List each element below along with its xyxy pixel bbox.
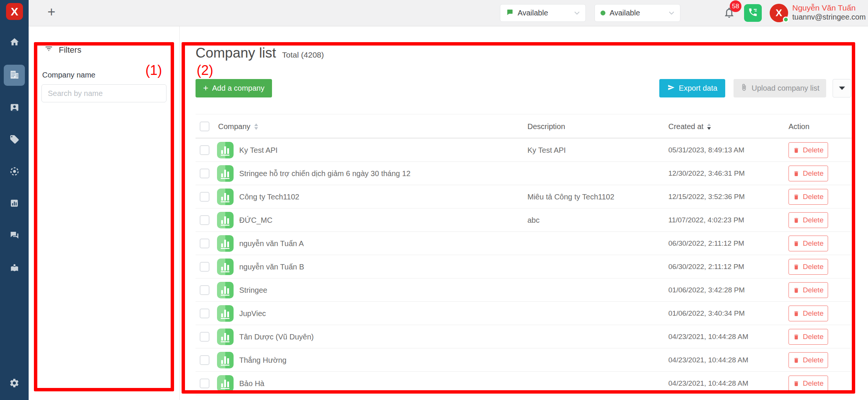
delete-button[interactable]: Delete <box>789 236 828 251</box>
export-data-button[interactable]: Export data <box>659 79 725 97</box>
created-at: 05/31/2023, 8:49:13 AM <box>668 138 744 162</box>
sidebar-item-home[interactable] <box>4 32 25 53</box>
delete-button[interactable]: Delete <box>789 189 828 205</box>
company-name[interactable]: Ky Test API <box>239 138 278 162</box>
table-row: Bảo Hà 04/23/2021, 10:44:28 AM Delete <box>196 372 851 395</box>
sidebar-item-contacts[interactable] <box>4 97 25 119</box>
table-row: Thắng Hường 04/23/2021, 10:44:28 AM Dele… <box>196 348 851 372</box>
company-name[interactable]: Stringee <box>239 278 267 302</box>
sort-icon[interactable] <box>254 123 258 130</box>
company-name-search-input[interactable] <box>41 84 167 102</box>
sidebar-item-chat[interactable] <box>4 225 25 246</box>
row-checkbox[interactable] <box>200 332 209 342</box>
sidebar: X <box>0 0 29 400</box>
company-name[interactable]: nguyễn văn Tuấn B <box>239 255 304 278</box>
sidebar-item-learning[interactable] <box>4 258 25 279</box>
row-checkbox[interactable] <box>200 239 209 248</box>
delete-button[interactable]: Delete <box>789 142 828 158</box>
company-name[interactable]: Công ty Tech1102 <box>239 185 299 208</box>
companies-icon <box>9 69 20 82</box>
row-checkbox[interactable] <box>200 379 209 388</box>
company-name-label: Company name <box>42 71 95 79</box>
company-description: Miêu tả Công ty Tech1102 <box>527 185 614 208</box>
company-name[interactable]: Thắng Hường <box>239 348 286 372</box>
upload-company-list-label: Upload company list <box>752 84 819 93</box>
company-name[interactable]: JupViec <box>239 302 266 325</box>
created-at: 12/15/2022, 3:52:36 PM <box>668 185 745 208</box>
chat-status-dropdown[interactable]: Available <box>500 4 586 22</box>
company-name[interactable]: nguyễn văn Tuấn A <box>239 232 304 255</box>
company-description: abc <box>527 208 539 232</box>
user-name: Nguyễn Văn Tuấn <box>792 3 866 12</box>
company-name[interactable]: Bảo Hà <box>239 372 264 395</box>
bar-chart-icon <box>9 198 19 210</box>
row-checkbox[interactable] <box>200 309 209 318</box>
delete-button[interactable]: Delete <box>789 352 828 368</box>
online-status-dot <box>783 17 789 23</box>
filters-header: Filters <box>44 44 81 55</box>
company-icon <box>217 375 234 392</box>
delete-button[interactable]: Delete <box>789 306 828 321</box>
user-avatar[interactable]: X <box>770 4 788 22</box>
company-icon <box>217 329 234 345</box>
sidebar-item-settings[interactable] <box>4 373 25 394</box>
paperclip-icon <box>740 84 748 93</box>
row-checkbox[interactable] <box>200 215 209 225</box>
sidebar-item-target[interactable] <box>4 161 25 183</box>
upload-company-list-button[interactable]: Upload company list <box>734 79 826 97</box>
delete-button[interactable]: Delete <box>789 212 828 228</box>
add-company-label: Add a company <box>212 84 264 93</box>
company-description: Ky Test API <box>527 138 566 162</box>
chat-status-label: Available <box>518 9 548 17</box>
sidebar-item-companies[interactable] <box>4 65 25 86</box>
page-title: Company list <box>196 45 276 61</box>
sort-icon-active[interactable] <box>707 123 711 130</box>
open-book-icon <box>9 263 20 275</box>
add-company-button[interactable]: + Add a company <box>196 79 272 97</box>
total-count: Total (4208) <box>282 50 324 59</box>
select-all-checkbox[interactable] <box>200 114 209 138</box>
delete-button[interactable]: Delete <box>789 282 828 298</box>
new-tab-button[interactable]: + <box>47 5 55 20</box>
sidebar-item-reports[interactable] <box>4 193 25 214</box>
created-at: 04/23/2021, 10:44:28 AM <box>668 325 748 348</box>
table-row: ĐỨC_MC abc 11/07/2022, 4:02:23 PM Delete <box>196 208 851 232</box>
delete-button[interactable]: Delete <box>789 376 828 391</box>
user-email: tuannv@stringee.com <box>792 12 866 22</box>
row-checkbox[interactable] <box>200 262 209 272</box>
caret-down-icon <box>839 87 845 90</box>
delete-button[interactable]: Delete <box>789 166 828 181</box>
company-icon <box>217 259 234 275</box>
export-data-label: Export data <box>679 84 717 93</box>
row-checkbox[interactable] <box>200 192 209 202</box>
delete-button[interactable]: Delete <box>789 259 828 275</box>
column-header-created-at[interactable]: Created at <box>668 114 711 138</box>
send-icon <box>667 84 675 93</box>
company-name[interactable]: Stringee hỗ trợ chiến dịch giảm 6 ngày 3… <box>239 162 411 185</box>
user-menu[interactable]: Nguyễn Văn Tuấn tuannv@stringee.com <box>792 3 866 22</box>
green-dot-icon <box>601 11 605 15</box>
app-logo: X <box>6 3 23 20</box>
home-icon <box>9 37 20 49</box>
table-row: Ky Test API Ky Test API 05/31/2023, 8:49… <box>196 138 851 162</box>
row-checkbox[interactable] <box>200 169 209 178</box>
row-checkbox[interactable] <box>200 355 209 365</box>
column-header-description: Description <box>527 114 565 138</box>
chat-bubble-icon <box>506 9 513 18</box>
more-actions-dropdown-button[interactable] <box>833 79 851 97</box>
company-icon <box>217 212 234 228</box>
sidebar-item-tags[interactable] <box>4 129 25 151</box>
company-name[interactable]: ĐỨC_MC <box>239 208 272 232</box>
row-checkbox[interactable] <box>200 285 209 295</box>
call-status-dropdown[interactable]: Available <box>594 4 680 22</box>
gear-icon <box>9 378 20 390</box>
delete-button[interactable]: Delete <box>789 329 828 345</box>
company-icon <box>217 235 234 252</box>
row-checkbox[interactable] <box>200 145 209 155</box>
annotation-label-1: (1) <box>145 62 162 78</box>
company-name[interactable]: Tân Dược (Vũ Duyên) <box>239 325 314 348</box>
annotation-label-2: (2) <box>197 62 213 78</box>
call-button[interactable] <box>744 4 762 22</box>
column-header-company[interactable]: Company <box>218 114 258 138</box>
chat-icon <box>9 230 20 242</box>
